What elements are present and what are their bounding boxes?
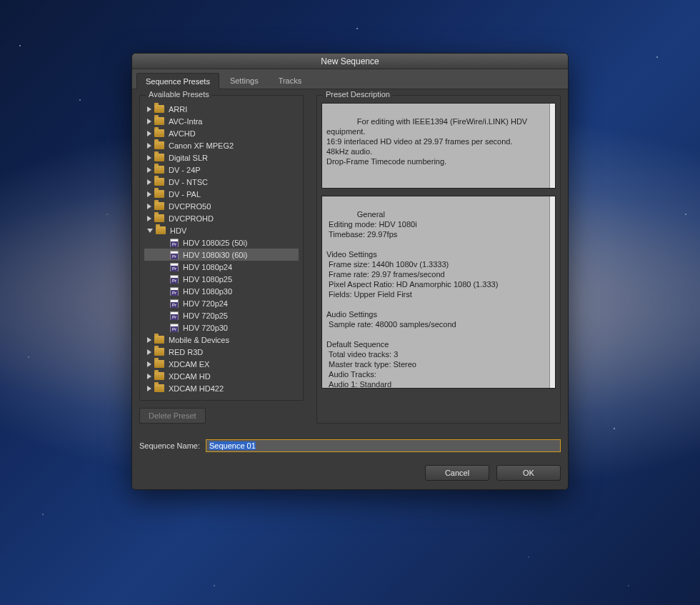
preset-folder[interactable]: XDCAM EX (144, 358, 299, 370)
chevron-right-icon[interactable] (147, 131, 151, 136)
tab-label: Tracks (279, 76, 302, 85)
preset-item[interactable]: HDV 720p24 (144, 297, 299, 309)
folder-icon (154, 154, 164, 161)
chevron-right-icon[interactable] (147, 191, 151, 197)
preset-item-label: HDV 1080p30 (183, 287, 232, 296)
folder-icon (154, 117, 164, 125)
preset-folder[interactable]: AVCHD (144, 127, 299, 139)
preset-folder[interactable]: RED R3D (144, 346, 299, 358)
chevron-right-icon[interactable] (147, 179, 151, 185)
folder-icon (154, 202, 164, 210)
preset-folder[interactable]: DV - NTSC (144, 176, 299, 188)
description-text: General Editing mode: HDV 1080i Timebase… (326, 210, 498, 389)
chevron-right-icon[interactable] (147, 386, 151, 391)
delete-preset-button[interactable]: Delete Preset (139, 408, 206, 424)
preset-item-label: HDV 1080i30 (60i) (183, 251, 248, 259)
tab-sequence-presets[interactable]: Sequence Presets (136, 73, 219, 89)
preset-file-icon (170, 251, 179, 259)
preset-folder-label: ARRI (169, 105, 187, 114)
folder-icon (154, 190, 164, 198)
chevron-right-icon[interactable] (147, 119, 151, 124)
scrollbar[interactable] (549, 104, 555, 188)
preset-folder[interactable]: XDCAM HD422 (144, 382, 299, 394)
sequence-name-label: Sequence Name: (139, 441, 200, 450)
cancel-button[interactable]: Cancel (425, 465, 489, 481)
tab-label: Settings (230, 76, 259, 85)
preset-file-icon (170, 311, 179, 320)
preset-folder-label: Mobile & Devices (169, 336, 229, 344)
scrollbar[interactable] (549, 196, 555, 388)
dialog-tabs: Sequence Presets Settings Tracks (132, 69, 568, 89)
preset-folder-label: Digital SLR (169, 154, 208, 162)
preset-folder-label: DVCPROHD (169, 214, 214, 223)
tab-settings[interactable]: Settings (221, 72, 268, 89)
button-label: OK (523, 469, 534, 477)
preset-description-summary: For editing with IEEE1394 (FireWire/i.LI… (321, 103, 556, 189)
preset-folder-label: RED R3D (169, 348, 203, 356)
preset-item[interactable]: HDV 1080p25 (144, 273, 299, 285)
description-text: For editing with IEEE1394 (FireWire/i.LI… (326, 117, 529, 166)
chevron-right-icon[interactable] (147, 374, 151, 379)
folder-icon (154, 141, 164, 149)
folder-icon (154, 214, 164, 222)
preset-folder-label: XDCAM HD422 (169, 384, 224, 393)
chevron-right-icon[interactable] (147, 337, 151, 343)
preset-folder[interactable]: ARRI (144, 103, 299, 115)
folder-icon (154, 360, 164, 368)
chevron-right-icon[interactable] (147, 349, 151, 355)
chevron-right-icon[interactable] (147, 216, 151, 221)
preset-folder[interactable]: DVCPROHD (144, 212, 299, 224)
sequence-name-input[interactable] (206, 439, 561, 452)
preset-folder-label: AVCHD (169, 129, 196, 138)
preset-folder[interactable]: DV - PAL (144, 188, 299, 200)
preset-folder[interactable]: AVC-Intra (144, 115, 299, 127)
preset-item[interactable]: HDV 720p30 (144, 321, 299, 334)
tab-label: Sequence Presets (146, 77, 210, 86)
preset-folder[interactable]: Mobile & Devices (144, 334, 299, 346)
preset-tree[interactable]: ARRIAVC-IntraAVCHDCanon XF MPEG2Digital … (144, 103, 299, 396)
preset-folder-label: HDV (170, 226, 186, 235)
preset-folder-label: DVCPRO50 (169, 202, 211, 211)
chevron-right-icon[interactable] (147, 361, 151, 367)
ok-button[interactable]: OK (496, 465, 561, 481)
folder-icon (154, 178, 164, 186)
folder-icon (154, 105, 164, 113)
available-presets-group: Available Presets ARRIAVC-IntraAVCHDCano… (139, 95, 304, 401)
preset-folder-label: AVC-Intra (169, 117, 202, 126)
preset-item-label: HDV 720p30 (183, 324, 228, 332)
preset-file-icon (170, 275, 179, 284)
preset-item[interactable]: HDV 720p25 (144, 309, 299, 321)
preset-item-label: HDV 1080p24 (183, 263, 232, 271)
dialog-footer: Cancel OK (139, 465, 561, 481)
chevron-right-icon[interactable] (147, 106, 151, 112)
preset-item[interactable]: HDV 1080i30 (60i) (144, 249, 299, 261)
preset-item[interactable]: HDV 1080p30 (144, 285, 299, 297)
chevron-right-icon[interactable] (147, 155, 151, 161)
preset-folder[interactable]: HDV (144, 224, 299, 236)
button-label: Delete Preset (149, 411, 196, 420)
preset-file-icon (170, 263, 179, 271)
preset-item[interactable]: HDV 1080p24 (144, 261, 299, 273)
preset-description-details: General Editing mode: HDV 1080i Timebase… (321, 196, 556, 389)
folder-icon (154, 348, 164, 356)
chevron-right-icon[interactable] (147, 143, 151, 149)
preset-folder[interactable]: DV - 24P (144, 164, 299, 176)
preset-item[interactable]: HDV 1080i25 (50i) (144, 236, 299, 249)
folder-icon (154, 166, 164, 174)
preset-folder-label: Canon XF MPEG2 (169, 141, 234, 150)
preset-folder[interactable]: Canon XF MPEG2 (144, 139, 299, 151)
preset-folder[interactable]: Digital SLR (144, 151, 299, 164)
preset-file-icon (170, 324, 179, 332)
chevron-right-icon[interactable] (147, 167, 151, 173)
preset-folder-label: DV - NTSC (169, 178, 208, 186)
preset-item-label: HDV 720p25 (183, 311, 228, 320)
chevron-down-icon[interactable] (147, 229, 153, 233)
chevron-right-icon[interactable] (147, 204, 151, 209)
preset-item-label: HDV 1080i25 (50i) (183, 239, 248, 247)
preset-folder[interactable]: XDCAM HD (144, 370, 299, 382)
preset-folder[interactable]: DVCPRO50 (144, 200, 299, 212)
folder-icon (154, 372, 164, 380)
preset-folder-label: DV - PAL (169, 190, 201, 199)
preset-item-label: HDV 720p24 (183, 299, 228, 308)
tab-tracks[interactable]: Tracks (269, 72, 311, 89)
